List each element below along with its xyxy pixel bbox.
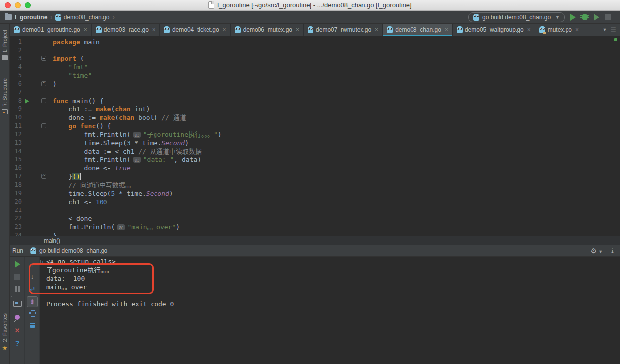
- down-stacktrace-icon[interactable]: ↓: [31, 273, 34, 280]
- close-window-button[interactable]: [5, 2, 11, 8]
- run-main-icon[interactable]: [25, 99, 29, 104]
- print-icon[interactable]: [29, 310, 36, 316]
- tool-window-favorites[interactable]: 2: Favorites: [2, 313, 8, 342]
- console-folded-line: <4 go setup calls>: [46, 258, 620, 266]
- console-output-line: main。。over: [46, 283, 620, 291]
- code-line[interactable]: 14 data := <-ch1 // 从通道中读取数据: [10, 147, 620, 156]
- editor-tab[interactable]: demo01_goroutine.go×: [10, 24, 92, 36]
- code-line[interactable]: 3−import (: [10, 54, 620, 63]
- console-toolbar: ↑ ↓ ⇄ ⇟: [25, 257, 40, 364]
- go-file-icon: [539, 26, 545, 33]
- stop-process-button[interactable]: [14, 274, 20, 280]
- code-line[interactable]: 10 done := make(chan bool) // 通道: [10, 113, 620, 122]
- run-panel-header: Run go build demo08_chan.go ⚙▼ ⇣: [10, 245, 620, 257]
- breadcrumb-project[interactable]: l_goroutine: [15, 14, 47, 21]
- scroll-to-end-icon[interactable]: ⇟: [27, 296, 38, 307]
- editor-tab[interactable]: demo03_race.go×: [92, 24, 160, 36]
- close-tab-icon[interactable]: ×: [527, 26, 531, 33]
- clear-console-icon[interactable]: [30, 322, 35, 328]
- breadcrumb-function[interactable]: main(): [44, 237, 60, 244]
- close-tab-icon[interactable]: ×: [84, 26, 87, 33]
- editor-tab[interactable]: demo08_chan.go×: [383, 24, 453, 36]
- code-line[interactable]: 2: [10, 46, 620, 54]
- tool-window-structure[interactable]: 7: Structure: [2, 78, 8, 106]
- help-icon[interactable]: ?: [15, 339, 20, 347]
- close-tab-icon[interactable]: ×: [223, 26, 226, 33]
- code-line[interactable]: 19 time.Sleep(5 * time.Second): [10, 189, 620, 198]
- code-line[interactable]: 23 fmt.Println(a:"main。。over"): [10, 223, 620, 231]
- close-tab-icon[interactable]: ×: [152, 26, 155, 33]
- fold-marker-icon[interactable]: −: [41, 98, 46, 103]
- fold-marker-icon[interactable]: ^: [41, 81, 46, 86]
- editor-tab[interactable]: demo05_waitgroup.go×: [453, 24, 535, 36]
- code-line[interactable]: 15 fmt.Println(a:"data: ", data): [10, 156, 620, 164]
- fold-marker-icon[interactable]: −: [41, 56, 46, 61]
- show-console-icon[interactable]: [13, 301, 22, 307]
- editor-tab[interactable]: mutex.go×: [535, 24, 583, 36]
- code-line[interactable]: 16 done <- true: [10, 164, 620, 172]
- console-blank-line: [46, 291, 620, 300]
- line-number: 8: [10, 97, 22, 105]
- settings-gear-icon[interactable]: ⚙▼: [591, 247, 603, 255]
- code-line[interactable]: 5 "time": [10, 71, 620, 80]
- minimize-window-button[interactable]: [15, 2, 21, 8]
- close-tab-icon[interactable]: ×: [445, 26, 448, 33]
- code-line[interactable]: 17^ }(): [10, 172, 620, 181]
- parameter-hint: a:: [133, 157, 141, 163]
- close-tab-icon[interactable]: ×: [575, 26, 579, 33]
- code-line[interactable]: 21: [10, 206, 620, 214]
- pin-tab-icon[interactable]: [15, 315, 20, 320]
- debug-button[interactable]: [582, 14, 588, 20]
- line-number: 24: [10, 231, 22, 236]
- run-panel-title[interactable]: Run: [12, 247, 23, 254]
- code-line[interactable]: 11− go func() {: [10, 122, 620, 130]
- code-line[interactable]: 4 "fmt": [10, 63, 620, 71]
- line-number: 7: [10, 88, 22, 97]
- close-tab-icon[interactable]: ×: [375, 26, 378, 33]
- code-line[interactable]: 7: [10, 88, 620, 97]
- rerun-button[interactable]: [15, 261, 20, 268]
- code-line[interactable]: 1package main: [10, 38, 620, 46]
- line-number: 15: [10, 156, 22, 164]
- console-fold-icon[interactable]: +: [40, 260, 45, 264]
- editor-tab[interactable]: demo06_mutex.go×: [231, 24, 304, 36]
- code-line[interactable]: 6^): [10, 80, 620, 88]
- tab-label: demo01_goroutine.go: [22, 26, 80, 33]
- close-panel-icon[interactable]: ✕: [15, 327, 20, 334]
- parameter-hint: a:: [117, 224, 125, 230]
- close-tab-icon[interactable]: ×: [296, 26, 299, 33]
- breadcrumb-file[interactable]: demo08_chan.go: [64, 14, 110, 21]
- document-icon: [208, 1, 214, 9]
- fold-marker-icon[interactable]: ^: [41, 174, 46, 179]
- code-line[interactable]: 24}: [10, 231, 620, 236]
- line-number: 5: [10, 71, 22, 80]
- soft-wrap-icon[interactable]: ⇄: [30, 285, 34, 292]
- tool-window-strip: 1: Project 7: Structure 2: Favorites ★: [0, 24, 10, 364]
- code-line[interactable]: 8−func main() {: [10, 97, 620, 105]
- inspections-ok-indicator[interactable]: [614, 38, 617, 41]
- zoom-window-button[interactable]: [25, 2, 31, 8]
- code-line[interactable]: 9 ch1 := make(chan int): [10, 105, 620, 113]
- console-process-line: Process finished with exit code 0: [46, 300, 620, 308]
- tabs-dropdown-icon[interactable]: ▼: [602, 27, 607, 32]
- code-line[interactable]: 20 ch1 <- 100: [10, 198, 620, 206]
- code-line[interactable]: 12 fmt.Println(a:"子goroutine执行。。。"): [10, 130, 620, 139]
- run-configuration-select[interactable]: go build demo08_chan.go ▼: [468, 12, 565, 22]
- code-editor[interactable]: 1package main23−import (4 "fmt"5 "time"6…: [10, 36, 620, 236]
- fold-marker-icon[interactable]: −: [41, 123, 46, 128]
- run-with-coverage-button[interactable]: [594, 14, 599, 21]
- code-line[interactable]: 18 // 向通道中写数据。。: [10, 181, 620, 189]
- run-console[interactable]: + <4 go setup calls>子goroutine执行。。。data:…: [40, 257, 620, 364]
- stop-button[interactable]: [605, 14, 611, 20]
- pause-output-button[interactable]: [15, 286, 20, 292]
- run-button[interactable]: [570, 14, 576, 21]
- code-line[interactable]: 13 time.Sleep(3 * time.Second): [10, 139, 620, 147]
- editor-tab[interactable]: demo04_ticket.go×: [160, 24, 231, 36]
- code-line[interactable]: 22 <-done: [10, 214, 620, 223]
- hide-panel-icon[interactable]: ⇣: [610, 247, 615, 255]
- editor-tab[interactable]: demo07_rwmutex.go×: [304, 24, 383, 36]
- tab-label: demo03_race.go: [104, 26, 149, 33]
- up-stacktrace-icon[interactable]: ↑: [31, 260, 34, 268]
- tabs-list-icon[interactable]: ☰: [610, 26, 616, 34]
- tool-window-project[interactable]: 1: Project: [2, 30, 8, 52]
